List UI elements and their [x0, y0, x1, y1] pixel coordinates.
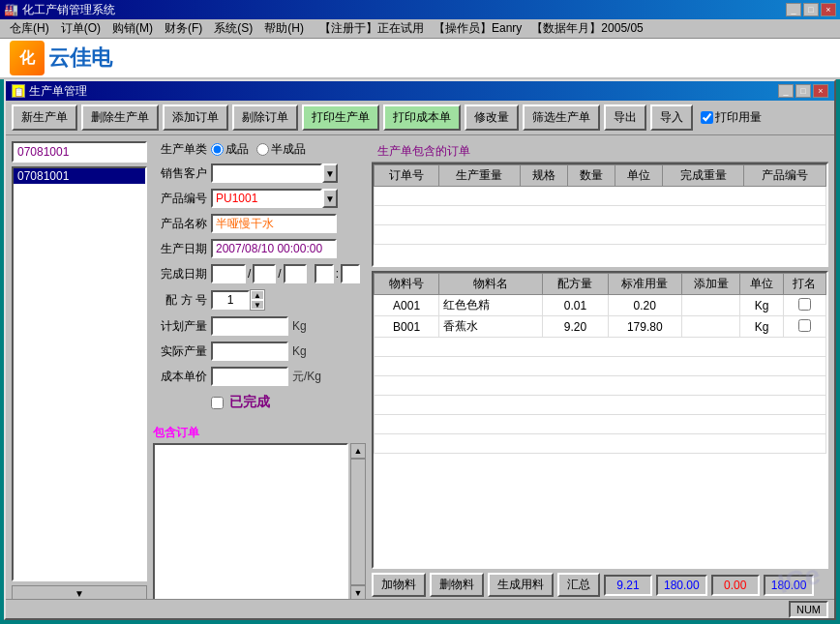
cost-input[interactable] — [211, 367, 288, 386]
menu-help[interactable]: 帮助(H) — [258, 19, 310, 38]
export-btn[interactable]: 导出 — [604, 104, 646, 131]
middle-panel: 生产单类 成品 半成品 销售客户 ▼ — [153, 141, 366, 601]
add-order-btn[interactable]: 添加订单 — [163, 104, 228, 131]
modify-qty-btn[interactable]: 修改量 — [465, 104, 519, 131]
menu-trade[interactable]: 购销(M) — [106, 19, 159, 38]
formula-label: 配 方 号 — [153, 292, 207, 309]
menu-order[interactable]: 订单(O) — [55, 19, 106, 38]
completion-date-d[interactable] — [284, 264, 307, 283]
completion-date-y[interactable] — [211, 264, 246, 283]
type-finished-option[interactable]: 成品 — [211, 141, 249, 158]
table-row — [375, 206, 826, 225]
col-spec: 规格 — [521, 165, 568, 187]
customer-dropdown-btn[interactable]: ▼ — [322, 163, 338, 183]
generate-usage-btn[interactable]: 生成用料 — [488, 573, 554, 597]
import-btn[interactable]: 导入 — [650, 104, 693, 131]
actual-qty-group: 实际产量 Kg — [153, 342, 366, 361]
formula-spinner: ▲ ▼ — [211, 289, 265, 311]
summary-btn[interactable]: 汇总 — [557, 573, 600, 597]
app-title: 化工产销管理系统 — [22, 2, 115, 18]
print-usage-checkbox[interactable] — [701, 111, 713, 124]
planned-qty-input[interactable] — [211, 316, 288, 336]
col-unit: 单位 — [615, 165, 663, 187]
col-order-no: 订单号 — [375, 165, 439, 187]
top-grid-scroll[interactable]: 订单号 生产重量 规格 数量 单位 完成重量 产品编号 — [374, 164, 826, 265]
materials-table: 物料号 物料名 配方量 标准用量 添加量 单位 打名 — [374, 273, 826, 454]
customer-input[interactable] — [211, 163, 322, 183]
production-type-group: 生产单类 成品 半成品 — [153, 141, 366, 158]
delete-production-btn[interactable]: 删除生产单 — [81, 104, 159, 131]
right-panel: 生产单包含的订单 订单号 生产重量 规格 数量 单位 — [372, 141, 828, 601]
actual-qty-input[interactable] — [211, 342, 288, 361]
order-list[interactable]: 07081001 — [12, 166, 147, 581]
num-indicator: NUM — [789, 601, 828, 618]
bottom-grid-wrapper: 物料号 物料名 配方量 标准用量 添加量 单位 打名 — [372, 271, 828, 569]
product-code-input[interactable] — [211, 189, 322, 208]
actual-qty-unit: Kg — [292, 344, 307, 358]
type-semi-option[interactable]: 半成品 — [256, 141, 306, 158]
production-date-input[interactable] — [211, 239, 337, 258]
completion-date-m[interactable] — [253, 264, 276, 283]
product-code-group: 产品编号 ▼ — [153, 189, 366, 208]
col-unit: 单位 — [740, 274, 783, 295]
summary-val4: 180.00 — [764, 575, 815, 596]
menu-finance[interactable]: 财务(F) — [159, 19, 208, 38]
included-orders-section: 包含订单 ▲ ▼ — [153, 421, 366, 601]
completed-checkbox[interactable] — [211, 397, 224, 409]
top-grid-title: 生产单包含的订单 — [372, 141, 828, 163]
completed-label: 已完成 — [229, 394, 270, 411]
formula-arrows: ▲ ▼ — [250, 289, 265, 311]
planned-qty-group: 计划产量 Kg — [153, 316, 366, 336]
formula-down-arrow[interactable]: ▼ — [251, 300, 264, 310]
scrollbar-up-btn[interactable]: ▲ — [350, 443, 366, 459]
planned-qty-label: 计划产量 — [153, 318, 207, 335]
product-code-dropdown-btn[interactable]: ▼ — [322, 189, 338, 208]
menu-system[interactable]: 系统(S) — [208, 19, 258, 38]
production-date-label: 生产日期 — [153, 241, 207, 257]
maximize-btn[interactable]: □ — [803, 3, 819, 16]
window-maximize-btn[interactable]: □ — [795, 84, 811, 98]
menu-bar: 仓库(H) 订单(O) 购销(M) 财务(F) 系统(S) 帮助(H) 【注册于… — [0, 19, 840, 39]
window-title-bar: 📋 生产单管理 _ □ × — [6, 81, 834, 101]
list-item[interactable]: 07081001 — [14, 168, 145, 184]
completion-time-min[interactable] — [341, 264, 360, 283]
table-row — [375, 434, 826, 454]
cost-group: 成本单价 元/Kg — [153, 367, 366, 386]
window-close-btn[interactable]: × — [813, 84, 828, 98]
product-name-input[interactable] — [211, 214, 337, 233]
status-registered: 【注册于】正在试用 — [319, 20, 424, 37]
orders-table: 订单号 生产重量 规格 数量 单位 完成重量 产品编号 — [374, 164, 826, 245]
formula-group: 配 方 号 ▲ ▼ — [153, 289, 366, 311]
title-bar: 🏭 化工产销管理系统 _ □ × — [0, 0, 840, 19]
print-usage-checkbox-group: 打印用量 — [701, 109, 762, 126]
formula-up-arrow[interactable]: ▲ — [251, 290, 264, 300]
filter-production-btn[interactable]: 筛选生产单 — [523, 104, 600, 131]
print-production-btn[interactable]: 打印生产单 — [302, 104, 379, 131]
minimize-btn[interactable]: _ — [786, 3, 801, 16]
included-orders-box — [153, 443, 348, 601]
remove-order-btn[interactable]: 剔除订单 — [232, 104, 298, 131]
included-orders-scrollbar: ▲ ▼ — [350, 443, 366, 601]
delete-material-btn[interactable]: 删物料 — [430, 573, 484, 597]
window-minimize-btn[interactable]: _ — [778, 84, 794, 98]
table-row: B001 香蕉水 9.20 179.80 Kg — [375, 316, 826, 338]
cost-unit: 元/Kg — [292, 369, 321, 385]
formula-input[interactable] — [211, 290, 250, 310]
product-name-group: 产品名称 — [153, 214, 366, 233]
scrollbar-track — [350, 459, 366, 585]
order-id-display: 07081001 — [12, 141, 147, 163]
close-btn[interactable]: × — [821, 3, 836, 16]
add-material-btn[interactable]: 加物料 — [372, 573, 426, 597]
completion-time-h[interactable] — [315, 264, 334, 283]
print-usage-label: 打印用量 — [715, 109, 762, 126]
bottom-material-grid: 物料号 物料名 配方量 标准用量 添加量 单位 打名 — [372, 271, 828, 601]
customer-dropdown[interactable]: ▼ — [211, 163, 338, 183]
bottom-grid-scroll[interactable]: 物料号 物料名 配方量 标准用量 添加量 单位 打名 — [374, 273, 826, 567]
product-code-dropdown[interactable]: ▼ — [211, 189, 338, 208]
col-prod-weight: 生产重量 — [438, 165, 521, 187]
company-name: 云佳电 — [48, 44, 112, 73]
print-cost-btn[interactable]: 打印成本单 — [383, 104, 461, 131]
window-title: 生产单管理 — [29, 83, 87, 100]
menu-warehouse[interactable]: 仓库(H) — [4, 19, 55, 38]
new-production-btn[interactable]: 新生产单 — [12, 104, 77, 131]
